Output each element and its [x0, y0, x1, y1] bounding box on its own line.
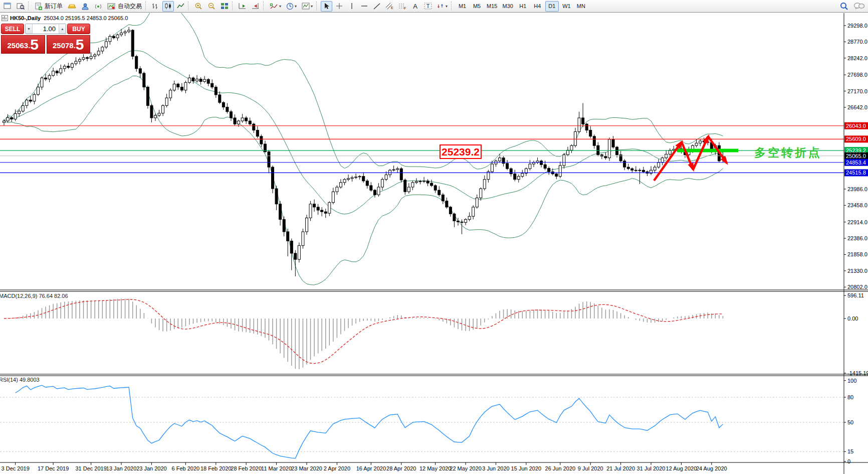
metaeditor-button[interactable] — [66, 1, 78, 12]
candle-bull — [60, 69, 62, 73]
candle-bear — [45, 78, 47, 79]
timeframe-m1[interactable]: M1 — [456, 1, 469, 12]
toolbar-separator — [28, 2, 31, 11]
price-flag-text[interactable]: 25239.2 — [442, 146, 480, 157]
date-label[interactable]: 3 Jun 2020 — [482, 465, 509, 471]
date-label[interactable]: 13 Jan 2020 — [106, 465, 137, 471]
svg-text:E: E — [391, 6, 393, 10]
candle-bull — [18, 111, 21, 113]
timeframe-h1[interactable]: H1 — [516, 1, 530, 12]
date-label[interactable]: 18 Feb 2020 — [200, 465, 232, 471]
timeframe-m30[interactable]: M30 — [500, 1, 515, 12]
date-label[interactable]: 26 Jun 2020 — [545, 465, 576, 471]
date-label[interactable]: 28 Feb 2020 — [231, 465, 262, 471]
arrows-tool-button[interactable]: ▾ — [435, 1, 450, 12]
trendline-tool-button[interactable] — [371, 1, 382, 12]
sell-button[interactable]: SELL — [1, 24, 24, 34]
date-label[interactable]: 12 Aug 2020 — [666, 465, 697, 471]
candle-bull — [634, 170, 637, 171]
candle-bull — [559, 166, 561, 176]
sell-price-panel[interactable]: 25063.5 — [1, 35, 45, 54]
new-order-button[interactable]: 新订单 — [33, 1, 65, 12]
autotrading-button[interactable]: 自动交易 — [105, 1, 144, 12]
candle-bear — [219, 95, 221, 102]
crosshair-tool-button[interactable] — [333, 1, 345, 12]
volume-decrease-button[interactable]: ▼ — [26, 24, 33, 34]
date-label[interactable]: 22 May 2020 — [450, 465, 482, 471]
horizontal-line-tool-button[interactable] — [358, 1, 370, 12]
level-price-badge-text[interactable]: 26043.0 — [846, 123, 866, 129]
new-window-button[interactable] — [2, 1, 14, 12]
level-price-badge-text[interactable]: 25065.0 — [846, 153, 866, 159]
level-price-badge-text[interactable]: 24515.8 — [846, 170, 866, 176]
date-label[interactable]: 28 Apr 2020 — [386, 465, 416, 471]
line-chart-button[interactable] — [175, 1, 186, 12]
date-label[interactable]: 2 Apr 2020 — [324, 465, 350, 471]
candle-bull — [75, 61, 77, 64]
candle-bear — [268, 151, 270, 167]
candle-bear — [256, 130, 259, 136]
tile-windows-button[interactable] — [219, 1, 231, 12]
templates-button[interactable]: ▾ — [300, 1, 315, 12]
symbol-period-label: HK50-,Daily — [10, 15, 41, 21]
svg-text:T: T — [426, 4, 429, 9]
chart-profile-button[interactable] — [15, 1, 27, 12]
chart-canvas[interactable]: 25239.2多空转折点MACD(12,26,9) 76.64 82.06596… — [0, 0, 868, 474]
buy-button[interactable]: BUY — [67, 24, 90, 34]
candle-bull — [570, 145, 573, 150]
date-label[interactable]: 11 Mar 2020 — [261, 465, 292, 471]
date-label[interactable]: 23 Mar 2020 — [291, 465, 322, 471]
timeframe-w1[interactable]: W1 — [560, 1, 573, 12]
date-label[interactable]: 9 Jul 2020 — [578, 465, 603, 471]
candle-bull — [529, 164, 531, 169]
chart-shift-button[interactable] — [250, 1, 262, 12]
market-watch-button[interactable] — [79, 1, 91, 12]
date-label[interactable]: 15 Jun 2020 — [511, 465, 542, 471]
signals-button[interactable] — [92, 1, 104, 12]
date-label[interactable]: 21 Jul 2020 — [606, 465, 635, 471]
candle-bull — [7, 117, 9, 121]
candle-bull — [184, 82, 187, 90]
date-label[interactable]: 24 Aug 2020 — [696, 465, 727, 471]
timeframe-d1[interactable]: D1 — [545, 1, 559, 12]
date-label[interactable]: 31 Dec 2019 — [75, 465, 106, 471]
candle-bull — [661, 158, 664, 163]
candle-bull — [97, 51, 100, 55]
channel-tool-button[interactable]: E — [383, 1, 395, 12]
date-label[interactable]: 16 Apr 2020 — [356, 465, 386, 471]
bar-chart-button[interactable] — [150, 1, 161, 12]
auto-scroll-button[interactable] — [237, 1, 249, 12]
volume-increase-button[interactable]: ▲ — [59, 24, 66, 34]
vertical-line-tool-button[interactable] — [346, 1, 357, 12]
zoom-out-button[interactable] — [205, 1, 218, 12]
date-label[interactable]: 6 Feb 2020 — [172, 465, 200, 471]
timeframe-m15[interactable]: M15 — [485, 1, 499, 12]
timeframe-h4[interactable]: H4 — [531, 1, 544, 12]
chat-button[interactable] — [851, 1, 866, 12]
date-label[interactable]: 17 Dec 2019 — [38, 465, 69, 471]
date-label[interactable]: 31 Jul 2020 — [637, 465, 666, 471]
periods-button[interactable]: ▾ — [284, 1, 299, 12]
indicators-button[interactable]: ▾ — [268, 1, 283, 12]
text-tool-button[interactable]: A — [409, 1, 421, 12]
text-label-tool-button[interactable]: T — [422, 1, 434, 12]
cursor-tool-button[interactable] — [321, 1, 332, 12]
volume-input[interactable]: 1.00 — [33, 24, 59, 34]
buy-price-panel[interactable]: 25078.5 — [47, 35, 91, 54]
zoom-in-button[interactable] — [192, 1, 204, 12]
turning-point-note[interactable]: 多空转折点 — [754, 146, 822, 159]
y-axis-label: 27170.0 — [847, 88, 867, 94]
timeframe-m5[interactable]: M5 — [470, 1, 484, 12]
search-button[interactable] — [837, 1, 850, 12]
date-label[interactable]: 3 Dec 2019 — [2, 465, 30, 471]
date-label[interactable]: 12 May 2020 — [419, 465, 452, 471]
timeframe-mn[interactable]: MN — [574, 1, 588, 12]
level-price-badge-text[interactable]: 25609.0 — [846, 136, 866, 142]
candlestick-chart-button[interactable] — [162, 1, 174, 12]
candle-bear — [453, 214, 456, 221]
date-label[interactable]: 23 Jan 2020 — [136, 465, 167, 471]
candle-bull — [52, 71, 55, 76]
timeframe-group: M1M5M15M30H1H4D1W1MN — [455, 0, 588, 13]
level-price-badge-text[interactable]: 24853.4 — [846, 160, 866, 166]
fibonacci-tool-button[interactable]: F — [396, 1, 408, 12]
